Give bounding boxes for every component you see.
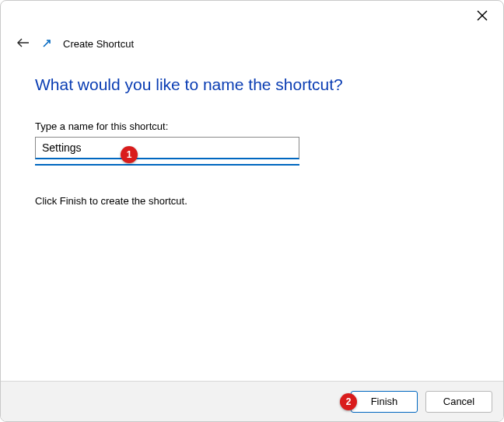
close-icon [477, 10, 488, 21]
back-button[interactable] [16, 37, 30, 51]
input-underline [35, 164, 299, 166]
close-button[interactable] [472, 7, 492, 26]
wizard-title: Create Shortcut [63, 38, 134, 50]
shortcut-name-field-wrap [35, 137, 299, 159]
shortcut-icon [41, 38, 52, 49]
cancel-button[interactable]: Cancel [425, 391, 492, 413]
shortcut-name-label: Type a name for this shortcut: [35, 120, 469, 132]
wizard-header: Create Shortcut [16, 37, 134, 51]
wizard-content: What would you like to name the shortcut… [35, 75, 469, 207]
shortcut-name-input[interactable] [35, 137, 299, 159]
arrow-left-icon [16, 37, 30, 48]
wizard-footer: 2 Finish Cancel [1, 381, 503, 421]
hint-text: Click Finish to create the shortcut. [35, 195, 469, 207]
finish-button-wrap: 2 Finish [351, 391, 418, 413]
page-heading: What would you like to name the shortcut… [35, 75, 469, 94]
finish-button[interactable]: Finish [351, 391, 418, 413]
